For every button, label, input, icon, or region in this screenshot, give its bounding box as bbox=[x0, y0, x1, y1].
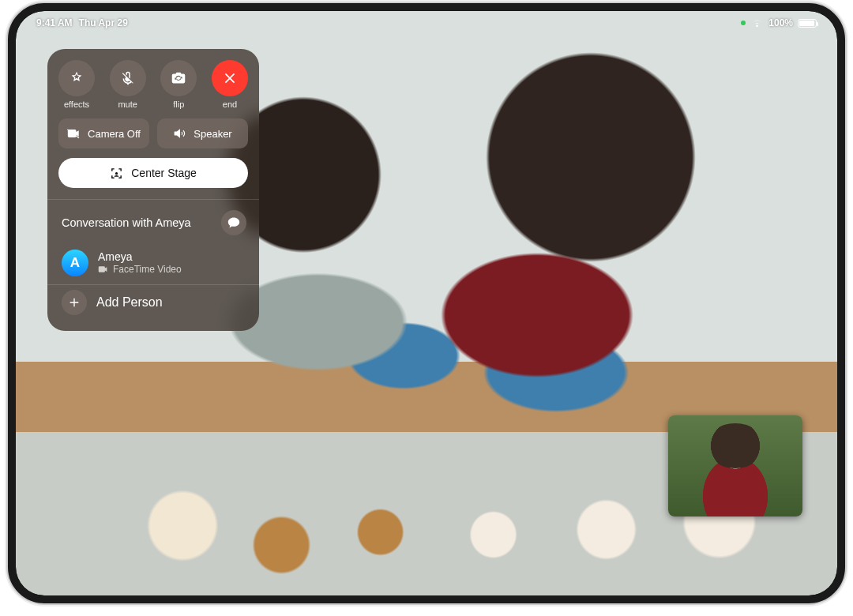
conversation-title: Conversation with Ameya bbox=[62, 216, 191, 229]
camera-off-label: Camera Off bbox=[88, 128, 141, 140]
effects-label: effects bbox=[64, 100, 89, 109]
participant-row[interactable]: A Ameya FaceTime Video bbox=[58, 245, 248, 284]
speaker-label: Speaker bbox=[194, 128, 231, 140]
ipad-frame: 9:41 AM Thu Apr 29 100% bbox=[8, 3, 845, 603]
avatar: A bbox=[62, 250, 88, 276]
flip-label: flip bbox=[173, 100, 184, 109]
center-stage-label: Center Stage bbox=[131, 167, 197, 179]
battery-percent: 100% bbox=[768, 17, 793, 28]
status-date: Thu Apr 29 bbox=[79, 17, 128, 28]
video-icon bbox=[98, 265, 109, 273]
facetime-controls-panel: effects mute flip bbox=[47, 49, 259, 331]
star-effects-icon bbox=[68, 69, 85, 87]
center-stage-button[interactable]: Center Stage bbox=[58, 158, 248, 188]
wifi-icon bbox=[750, 18, 764, 28]
battery-icon bbox=[798, 19, 817, 28]
speaker-icon bbox=[173, 127, 187, 140]
avatar-initial: A bbox=[70, 255, 80, 271]
camera-flip-icon bbox=[170, 69, 187, 87]
flip-camera-button[interactable] bbox=[160, 60, 197, 96]
add-person-button[interactable]: Add Person bbox=[58, 285, 248, 328]
end-call-button[interactable] bbox=[212, 60, 248, 96]
mute-button[interactable] bbox=[110, 60, 146, 96]
close-x-icon bbox=[222, 70, 238, 86]
video-slash-icon bbox=[67, 128, 81, 139]
end-label: end bbox=[223, 100, 237, 109]
plus-icon bbox=[68, 296, 81, 309]
participant-name: Ameya bbox=[98, 250, 182, 264]
message-bubble-icon bbox=[227, 216, 241, 229]
add-person-label: Add Person bbox=[96, 295, 163, 310]
status-time: 9:41 AM bbox=[36, 17, 73, 28]
effects-button[interactable] bbox=[58, 60, 95, 96]
mute-label: mute bbox=[118, 100, 137, 109]
audio-route-button[interactable]: Speaker bbox=[157, 118, 248, 148]
participant-subtitle: FaceTime Video bbox=[113, 264, 182, 275]
open-messages-button[interactable] bbox=[221, 210, 246, 235]
screen: 9:41 AM Thu Apr 29 100% bbox=[16, 11, 837, 595]
status-bar: 9:41 AM Thu Apr 29 100% bbox=[16, 16, 837, 30]
camera-off-button[interactable]: Camera Off bbox=[58, 118, 149, 148]
self-view-pip[interactable] bbox=[668, 415, 802, 516]
center-stage-icon bbox=[110, 167, 123, 180]
camera-in-use-indicator bbox=[741, 21, 746, 25]
microphone-slash-icon bbox=[119, 69, 137, 87]
